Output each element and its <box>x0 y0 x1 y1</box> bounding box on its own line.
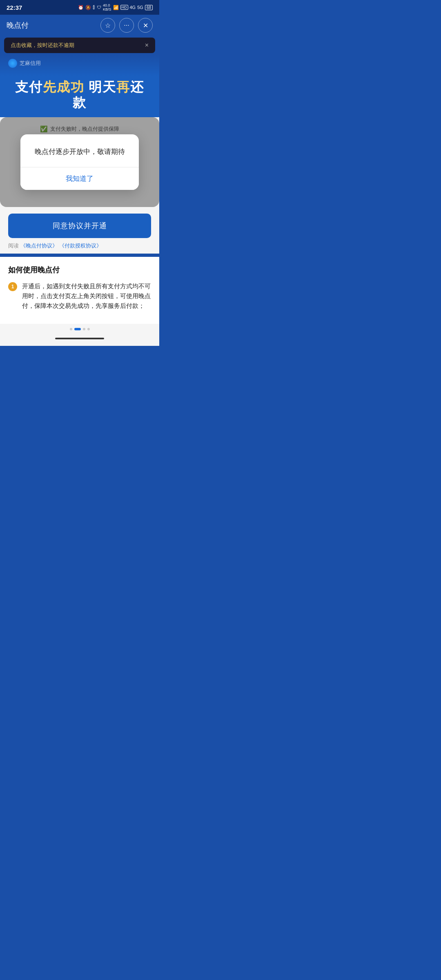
dot-1 <box>70 328 72 330</box>
hero-section: 芝麻信用 <box>0 55 159 76</box>
alarm-icon: ⏰ <box>78 5 84 10</box>
shield-icon: 🛡 <box>97 5 101 10</box>
tooltip-bar: 点击收藏，按时还款不逾期 × <box>4 38 155 53</box>
5g-icon: 5G <box>137 5 143 10</box>
page-wrapper: 22:37 ⏰ 🔕 ₿ 🛡 40.0KB/S 📶 HD 4G 5G 68 晚点付… <box>0 0 159 351</box>
dot-2-active <box>74 328 81 330</box>
bookmark-button[interactable]: ☆ <box>100 18 115 33</box>
mute-icon: 🔕 <box>85 5 91 10</box>
how-text-1: 开通后，如遇到支付失败且所有支付方式均不可用时，点击支付页左上角关闭按钮，可使用… <box>22 281 151 311</box>
battery-icon: 68 <box>145 5 153 10</box>
4g-icon: 4G <box>130 5 136 10</box>
protocol-row: 阅读 《晚点付协议》 《付款授权协议》 <box>8 238 151 254</box>
more-icon: ··· <box>124 22 129 29</box>
protocol-prefix: 阅读 <box>8 242 19 249</box>
nav-bar: 晚点付 ☆ ··· ✕ <box>0 15 159 36</box>
how-item-1: 1 开通后，如遇到支付失败且所有支付方式均不可用时，点击支付页左上角关闭按钮，可… <box>8 281 151 311</box>
protocol-link-2[interactable]: 《付款授权协议》 <box>59 242 102 249</box>
modal-dialog: 晚点付逐步开放中，敬请期待 我知道了 <box>20 134 139 190</box>
modal-overlay: 晚点付逐步开放中，敬请期待 我知道了 <box>0 117 159 207</box>
bookmark-icon: ☆ <box>105 22 111 29</box>
dots-row <box>0 324 159 334</box>
dot-3 <box>83 328 85 330</box>
modal-confirm-button[interactable]: 我知道了 <box>20 167 139 190</box>
status-bar: 22:37 ⏰ 🔕 ₿ 🛡 40.0KB/S 📶 HD 4G 5G 68 <box>0 0 159 15</box>
main-title-section: 支付先成功 明天再还款 <box>0 76 159 117</box>
sesame-logo-text: 芝麻信用 <box>20 60 41 67</box>
modal-body: 晚点付逐步开放中，敬请期待 <box>20 134 139 167</box>
bottom-bar <box>0 334 159 346</box>
title-part1: 支付 <box>15 80 43 94</box>
sesame-logo-icon <box>8 59 17 68</box>
title-part2: 先成功 <box>43 80 85 94</box>
wifi-icon: 📶 <box>113 5 119 10</box>
more-button[interactable]: ··· <box>119 18 134 33</box>
tooltip-close-icon[interactable]: × <box>145 42 149 49</box>
agree-button[interactable]: 同意协议并开通 <box>8 214 151 238</box>
nav-actions: ☆ ··· ✕ <box>100 18 153 33</box>
how-section: 如何使用晚点付 1 开通后，如遇到支付失败且所有支付方式均不可用时，点击支付页左… <box>0 257 159 324</box>
status-time: 22:37 <box>7 4 22 11</box>
status-icons: ⏰ 🔕 ₿ 🛡 40.0KB/S 📶 HD 4G 5G 68 <box>78 3 153 11</box>
dot-4 <box>87 328 90 330</box>
close-button[interactable]: ✕ <box>138 18 153 33</box>
main-content: ✅ 支付失败时，晚点付提供保障 5 次 单次≤50元 支付失败保障 晚点付逐步开… <box>0 117 159 346</box>
bottom-handle <box>55 338 104 339</box>
bluetooth-icon: ₿ <box>93 5 95 10</box>
how-num-1: 1 <box>8 282 17 291</box>
hero-logo: 芝麻信用 <box>8 59 41 68</box>
title-part3: 明天 <box>89 80 116 94</box>
protocol-link-1[interactable]: 《晚点付协议》 <box>20 242 58 249</box>
main-title-text: 支付先成功 明天再还款 <box>8 79 151 111</box>
how-title: 如何使用晚点付 <box>8 265 151 275</box>
title-part4: 再 <box>116 80 130 94</box>
close-icon: ✕ <box>143 22 148 29</box>
nav-title: 晚点付 <box>7 20 29 30</box>
tooltip-text: 点击收藏，按时还款不逾期 <box>11 42 74 49</box>
network-speed: 40.0KB/S <box>103 3 111 11</box>
hd-badge: HD <box>120 5 128 10</box>
card-content-wrapper: ✅ 支付失败时，晚点付提供保障 5 次 单次≤50元 支付失败保障 晚点付逐步开… <box>0 117 159 207</box>
bottom-section: 同意协议并开通 阅读 《晚点付协议》 《付款授权协议》 <box>0 207 159 254</box>
